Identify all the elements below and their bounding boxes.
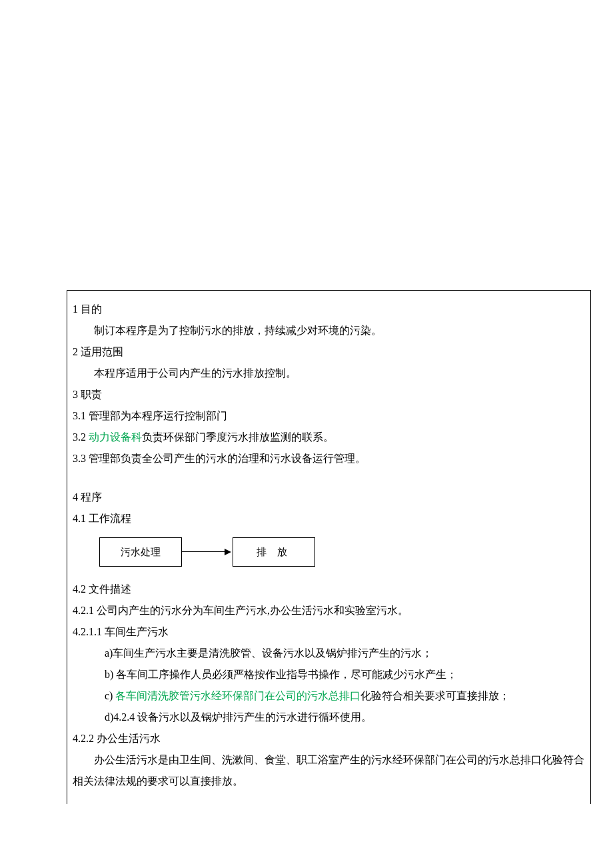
flow-box-discharge: 排 放 <box>233 537 315 567</box>
section-3-2-highlight: 动力设备科 <box>89 431 142 443</box>
section-3-3: 3.3 管理部负责全公司产生的污水的治理和污水设备运行管理。 <box>73 448 585 469</box>
section-4-2-1-1-heading: 4.2.1.1 车间生产污水 <box>73 621 585 643</box>
item-c: c) 各车间清洗胶管污水经环保部门在公司的污水总排口化验符合相关要求可直接排放； <box>73 685 585 707</box>
arrow-head-icon <box>225 549 231 555</box>
section-4-2-heading: 4.2 文件描述 <box>73 579 585 600</box>
section-1-text: 制订本程序是为了控制污水的排放，持续减少对环境的污染。 <box>73 320 585 341</box>
section-4-2-2-heading: 4.2.2 办公生活污水 <box>73 728 585 749</box>
section-4-heading: 4 程序 <box>73 487 585 508</box>
section-3-2: 3.2 动力设备科负责环保部门季度污水排放监测的联系。 <box>73 427 585 448</box>
section-3-heading: 3 职责 <box>73 384 585 405</box>
item-c-highlight: 各车间清洗胶管污水经环保部门在公司的污水总排口 <box>115 690 360 701</box>
section-2-text: 本程序适用于公司内产生的污水排放控制。 <box>73 363 585 384</box>
section-4-2-2-text: 办公生活污水是由卫生间、洗漱间、食堂、职工浴室产生的污水经环保部门在公司的污水总… <box>73 749 585 792</box>
section-4-2-1: 4.2.1 公司内产生的污水分为车间生产污水,办公生活污水和实验室污水。 <box>73 600 585 621</box>
item-c-suffix: 化验符合相关要求可直接排放； <box>360 690 510 701</box>
section-1-heading: 1 目的 <box>73 299 585 320</box>
item-c-prefix: c) <box>105 690 115 701</box>
spacer <box>73 469 585 487</box>
section-3-2-prefix: 3.2 <box>73 431 89 443</box>
arrow-line-icon <box>182 551 225 552</box>
section-4-1-heading: 4.1 工作流程 <box>73 508 585 529</box>
section-2-heading: 2 适用范围 <box>73 341 585 363</box>
flow-arrow-icon <box>182 548 233 556</box>
workflow-diagram: 污水处理 排 放 <box>99 537 585 567</box>
item-b: b) 各车间工序操作人员必须严格按作业指导书操作，尽可能减少污水产生； <box>73 664 585 685</box>
flow-box-treatment: 污水处理 <box>99 537 182 567</box>
section-3-2-suffix: 负责环保部门季度污水排放监测的联系。 <box>142 431 334 443</box>
document-body: 1 目的 制订本程序是为了控制污水的排放，持续减少对环境的污染。 2 适用范围 … <box>67 290 591 804</box>
item-d: d)4.2.4 设备污水以及锅炉排污产生的污水进行循环使用。 <box>73 707 585 728</box>
section-3-1: 3.1 管理部为本程序运行控制部门 <box>73 405 585 427</box>
page: 1 目的 制订本程序是为了控制污水的排放，持续减少对环境的污染。 2 适用范围 … <box>0 0 613 804</box>
item-a: a)车间生产污水主要是清洗胶管、设备污水以及锅炉排污产生的污水； <box>73 643 585 664</box>
